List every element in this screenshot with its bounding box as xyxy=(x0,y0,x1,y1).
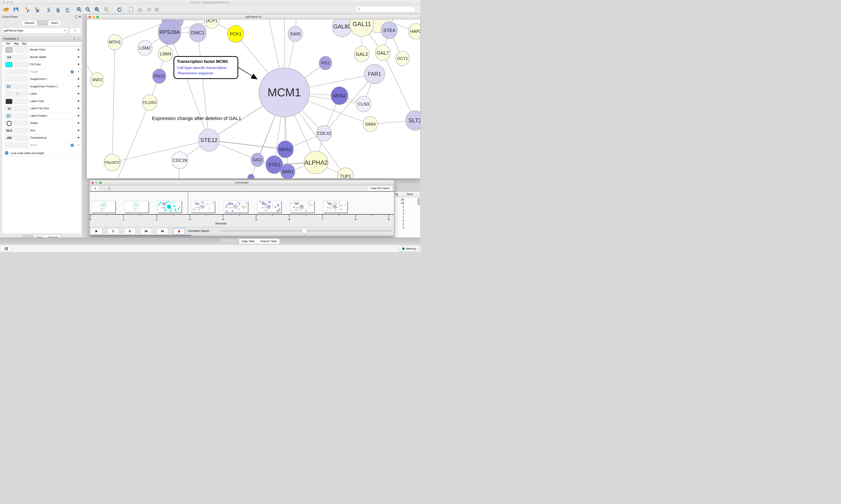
refresh-button[interactable] xyxy=(115,6,124,14)
stop-button[interactable] xyxy=(124,228,136,234)
property-row-border-width[interactable]: 2.0Border Width◀ xyxy=(2,54,81,61)
expand-arrow-icon[interactable]: ◀ xyxy=(77,114,79,117)
skip-end-button[interactable] xyxy=(157,228,168,234)
open-session-button[interactable] xyxy=(2,6,10,14)
mapping-cell[interactable] xyxy=(14,76,21,82)
expand-arrow-icon[interactable]: ◀ xyxy=(77,63,79,65)
network-node-MCM1[interactable]: MCM1 xyxy=(259,68,310,117)
close-panel-icon[interactable]: ✕ xyxy=(78,15,81,18)
task-history-button[interactable] xyxy=(1,246,11,252)
hide-button[interactable] xyxy=(145,6,153,14)
property-row-shape[interactable]: Shape◀ xyxy=(2,120,81,127)
network-node-CDC42[interactable]: CDC42 xyxy=(317,125,332,141)
network-node-YIL105C[interactable]: YIL105C xyxy=(142,94,157,110)
annotation-link[interactable]: Pheromone response xyxy=(178,71,213,75)
text-annotation[interactable]: Expression change after deletion of GAL1 xyxy=(152,115,241,121)
expand-arrow-icon[interactable]: ◀ xyxy=(77,77,79,80)
bypass-cell[interactable] xyxy=(22,106,29,111)
expand-arrow-icon[interactable]: ◀ xyxy=(77,107,79,109)
snapshot-button[interactable] xyxy=(127,6,135,14)
bypass-cell[interactable] xyxy=(22,143,29,148)
zoom-in-button[interactable] xyxy=(75,6,83,14)
network-node-SLT2[interactable]: SLT2 xyxy=(406,111,420,130)
network-node-TUP1[interactable]: TUP1 xyxy=(338,168,354,178)
annotation-link[interactable]: Cell-type-specific transcription xyxy=(177,66,227,70)
tab-node-table[interactable]: Node Table xyxy=(220,239,239,244)
property-row-height[interactable]: Heighti◀ xyxy=(2,68,81,76)
default-value-cell[interactable] xyxy=(5,47,13,53)
bypass-cell[interactable] xyxy=(22,69,29,75)
default-value-cell[interactable] xyxy=(5,98,13,104)
frame-thumbnail-0s[interactable] xyxy=(91,201,115,213)
bypass-cell[interactable] xyxy=(22,91,29,96)
mapping-cell[interactable] xyxy=(14,98,21,104)
save-session-button[interactable] xyxy=(12,6,20,14)
property-row-image-chart-position-1[interactable]: Image/Chart Position 1◀ xyxy=(2,83,81,91)
expand-arrow-icon[interactable]: ◀ xyxy=(77,56,79,58)
bypass-cell[interactable] xyxy=(22,76,29,82)
network-node-SWI5[interactable]: SWI5 xyxy=(288,26,302,41)
tab-edge-table[interactable]: Edge Table xyxy=(239,239,257,244)
network-node-MTH1[interactable]: MTH1 xyxy=(108,34,122,50)
bypass-cell[interactable] xyxy=(22,121,29,126)
network-node-HAP2[interactable]: HAP2 xyxy=(409,23,420,39)
properties-header[interactable]: Properties ▼ » » xyxy=(2,36,81,42)
zoom-out-button[interactable] xyxy=(84,6,92,14)
frame-thumbnail-6s[interactable]: MCM1 xyxy=(290,201,314,213)
mapping-cell[interactable] xyxy=(14,128,21,133)
style-selector[interactable]: galFiltered Style ▼ xyxy=(2,28,68,34)
zoom-fit-button[interactable] xyxy=(93,6,101,14)
network-window-titlebar[interactable]: galFiltered.sif xyxy=(87,15,420,19)
network-node-GAL2[interactable]: GAL2 xyxy=(354,46,369,62)
clear-all-frames-button[interactable]: Clear All Frames xyxy=(368,186,392,191)
expand-arrow-icon[interactable]: ◀ xyxy=(77,70,79,73)
network-node-RPS28A[interactable]: RPS28A xyxy=(158,20,181,45)
default-value-cell[interactable] xyxy=(5,113,13,119)
network-node-STE4[interactable]: STE4 xyxy=(381,22,397,39)
bypass-cell[interactable] xyxy=(22,98,29,104)
default-value-cell[interactable] xyxy=(5,69,13,75)
tab-select[interactable]: Select xyxy=(48,20,61,25)
network-node-ALPHA2[interactable]: ALPHA2 xyxy=(304,151,328,174)
network-node-CDC28[interactable]: CDC28 xyxy=(172,152,188,169)
default-value-cell[interactable]: 2.0 xyxy=(5,55,13,60)
collapse-all-icon[interactable]: » xyxy=(77,38,80,40)
float-panel-icon[interactable] xyxy=(75,16,77,18)
bypass-cell[interactable] xyxy=(22,128,29,133)
network-node-GCY1[interactable]: GCY1 xyxy=(396,51,409,66)
info-icon[interactable]: i xyxy=(71,144,74,147)
speed-slider-knob[interactable] xyxy=(302,228,307,234)
style-options-button[interactable]: ▼ xyxy=(70,28,81,34)
default-value-cell[interactable]: 50.0 xyxy=(5,128,13,133)
mapping-cell[interactable] xyxy=(14,143,21,148)
network-node-CLN3[interactable]: CLN3 xyxy=(356,96,371,112)
network-node-MFA2[interactable]: MFA2 xyxy=(331,87,348,105)
export-table-button[interactable] xyxy=(53,6,61,14)
lock-checkbox[interactable]: ✓ xyxy=(5,151,8,155)
import-table-button[interactable] xyxy=(32,6,40,14)
cyanimator-titlebar[interactable]: CyAnimator xyxy=(90,180,394,185)
bypass-cell[interactable] xyxy=(22,55,29,60)
expand-arrow-icon[interactable]: ◀ xyxy=(77,85,79,87)
property-row-transparency[interactable]: 255Transparency◀ xyxy=(2,134,81,142)
expand-arrow-icon[interactable]: ◀ xyxy=(77,144,79,146)
property-row-label-position[interactable]: Label Position◀ xyxy=(2,112,81,120)
default-value-cell[interactable] xyxy=(5,76,13,82)
pause-button[interactable] xyxy=(108,228,119,234)
property-row-size[interactable]: 50.0Size◀ xyxy=(2,127,81,134)
search-box[interactable] xyxy=(355,6,416,12)
property-row-fill-color[interactable]: Fill Color◀ xyxy=(2,61,81,69)
mapping-cell[interactable] xyxy=(14,69,21,75)
expand-arrow-icon[interactable]: ◀ xyxy=(77,48,79,51)
find-button[interactable] xyxy=(136,6,144,14)
search-input[interactable] xyxy=(360,8,412,11)
frame-thumbnail-1s[interactable] xyxy=(124,201,148,213)
network-node-YNL047C[interactable]: YNL047C xyxy=(104,154,120,171)
network-node-GAL11[interactable]: GAL11 xyxy=(350,19,374,37)
timeline-playhead[interactable] xyxy=(188,192,188,214)
zoom-selected-button[interactable] xyxy=(102,6,110,14)
expand-arrow-icon[interactable]: ◀ xyxy=(77,92,79,94)
add-frame-button[interactable]: + xyxy=(91,186,99,191)
mapping-cell[interactable] xyxy=(14,121,21,126)
column-ity[interactable]: ity xyxy=(395,193,398,196)
